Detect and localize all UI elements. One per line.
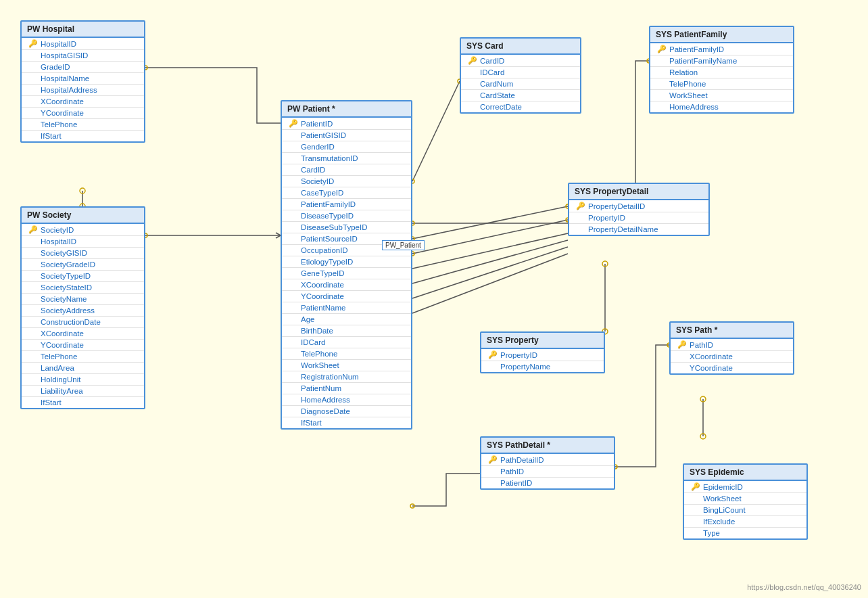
field-name: PropertyDetailName xyxy=(588,225,658,233)
table-row: SocietyID xyxy=(282,176,411,187)
table-row: Age xyxy=(282,314,411,325)
table-row: HospitalID xyxy=(22,236,144,248)
table-row: 🔑EpidemicID xyxy=(684,481,806,493)
table-row: YCoordinate xyxy=(282,291,411,302)
table-row: TelePhone xyxy=(22,119,144,131)
field-name: CorrectDate xyxy=(480,103,522,111)
table-row: TransmutationID xyxy=(282,153,411,164)
field-name: EtiologyTypeID xyxy=(301,258,353,266)
field-name: PatientName xyxy=(301,304,345,312)
field-name: PatientNum xyxy=(301,384,341,392)
field-name: HospitaGISID xyxy=(41,51,88,60)
field-name: YCoordinate xyxy=(690,364,733,372)
field-name: CardID xyxy=(480,57,504,65)
table-row: BirthDate xyxy=(282,325,411,337)
table-pw_hospital: PW Hospital🔑HospitalIDHospitaGISIDGradeI… xyxy=(20,20,145,143)
field-name: Relation xyxy=(669,68,698,76)
table-row: ConstructionDate xyxy=(22,317,144,328)
field-name: PropertyName xyxy=(500,363,550,371)
table-sys_pathdetail: SYS PathDetail *🔑PathDetailIDPathIDPatie… xyxy=(480,436,615,490)
table-row: IDCard xyxy=(461,67,580,78)
table-row: XCoordinate xyxy=(671,351,793,363)
table-header-pw_hospital: PW Hospital xyxy=(22,22,144,38)
table-row: PatientFamilyID xyxy=(282,199,411,210)
field-name: SocietyTypeID xyxy=(41,272,91,280)
field-name: PatientID xyxy=(301,120,333,128)
field-name: PropertyID xyxy=(500,351,537,359)
table-row: CorrectDate xyxy=(461,101,580,112)
table-row: PatientNum xyxy=(282,383,411,394)
field-name: GenderID xyxy=(301,143,335,151)
field-name: Age xyxy=(301,315,314,323)
table-row: TelePhone xyxy=(22,351,144,363)
field-name: PathID xyxy=(690,341,713,349)
field-name: DiseaseTypeID xyxy=(301,212,354,220)
field-name: TransmutationID xyxy=(301,154,358,162)
field-name: TelePhone xyxy=(301,350,337,358)
table-row: PropertyDetailName xyxy=(569,224,708,235)
key-icon: 🔑 xyxy=(488,350,498,359)
table-row: CaseTypeID xyxy=(282,187,411,199)
field-name: DiseaseSubTypeID xyxy=(301,223,367,231)
svg-point-24 xyxy=(602,261,608,267)
field-name: CardNum xyxy=(480,80,513,88)
field-name: IfExclude xyxy=(703,518,735,526)
field-name: IfStart xyxy=(41,132,62,140)
table-row: PatientName xyxy=(282,302,411,314)
field-name: PropertyID xyxy=(588,214,625,222)
field-name: HomeAddress xyxy=(669,103,719,111)
table-sys_card: SYS Card🔑CardIDIDCardCardNumCardStateCor… xyxy=(460,37,581,114)
svg-line-22 xyxy=(412,254,568,313)
table-row: HomeAddress xyxy=(650,101,793,112)
field-name: XCoordinate xyxy=(41,329,84,338)
field-name: WorkSheet xyxy=(301,361,339,369)
table-row: YCoordinate xyxy=(22,340,144,351)
field-name: LandArea xyxy=(41,364,74,372)
table-row: IfStart xyxy=(22,397,144,408)
field-name: TelePhone xyxy=(41,120,77,129)
table-row: LiabilityArea xyxy=(22,386,144,397)
field-name: HospitalName xyxy=(41,74,89,83)
field-name: CardID xyxy=(301,166,325,174)
table-row: 🔑PropertyID xyxy=(481,349,604,361)
svg-point-27 xyxy=(700,396,706,402)
table-row: PathID xyxy=(481,466,614,478)
table-header-sys_patientfamily: SYS PatientFamily xyxy=(650,27,793,43)
table-sys_patientfamily: SYS PatientFamily🔑PatientFamilyIDPatient… xyxy=(649,26,794,114)
table-row: CardState xyxy=(461,90,580,101)
table-row: GradeID xyxy=(22,62,144,73)
key-icon: 🔑 xyxy=(657,45,667,53)
key-icon: 🔑 xyxy=(468,56,477,65)
field-name: PatientFamilyName xyxy=(669,57,737,65)
field-name: SocietyID xyxy=(301,177,334,185)
key-icon: 🔑 xyxy=(576,202,585,210)
table-row: XCoordinate xyxy=(22,96,144,108)
canvas: PW Hospital🔑HospitalIDHospitaGISIDGradeI… xyxy=(0,0,868,598)
table-row: IfExclude xyxy=(684,516,806,528)
table-row: YCoordinate xyxy=(22,108,144,119)
field-name: WorkSheet xyxy=(669,91,708,99)
table-header-sys_path: SYS Path * xyxy=(671,323,793,339)
field-name: HomeAddress xyxy=(301,396,350,404)
field-name: DiagnoseDate xyxy=(301,407,350,415)
svg-line-5 xyxy=(276,233,281,235)
svg-line-16 xyxy=(412,220,568,254)
field-name: XCoordinate xyxy=(41,97,84,106)
field-name: PathDetailID xyxy=(500,456,544,464)
key-icon: 🔑 xyxy=(488,455,498,464)
key-icon: 🔑 xyxy=(28,225,38,234)
key-icon: 🔑 xyxy=(691,482,700,491)
table-header-pw_patient: PW Patient * xyxy=(282,101,411,118)
table-header-sys_property: SYS Property xyxy=(481,333,604,349)
field-name: WorkSheet xyxy=(703,495,742,503)
field-name: EpidemicID xyxy=(703,483,743,491)
table-sys_property: SYS Property🔑PropertyIDPropertyName xyxy=(480,331,605,373)
table-row: IfStart xyxy=(282,417,411,428)
field-name: YCoordinate xyxy=(41,341,84,349)
table-row: RegistrationNum xyxy=(282,371,411,383)
table-row: WorkSheet xyxy=(650,90,793,101)
field-name: YCoordinate xyxy=(301,292,344,300)
field-name: TelePhone xyxy=(669,80,706,88)
key-icon: 🔑 xyxy=(28,39,38,48)
svg-line-6 xyxy=(276,235,281,238)
